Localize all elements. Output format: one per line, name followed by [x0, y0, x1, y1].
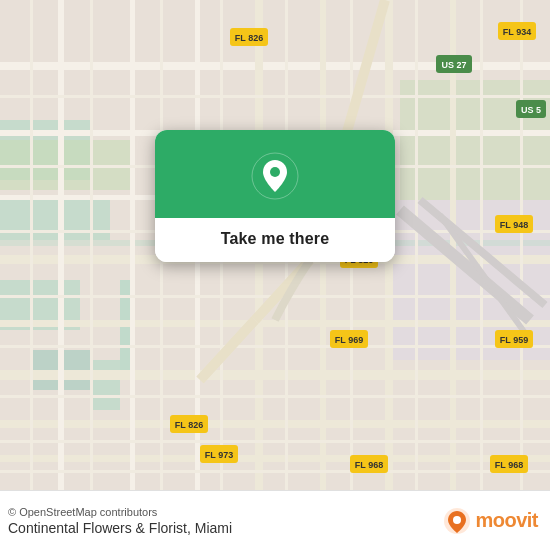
map-attribution: © OpenStreetMap contributors — [8, 506, 232, 518]
svg-point-76 — [270, 167, 280, 177]
svg-rect-26 — [0, 95, 550, 98]
svg-rect-35 — [90, 0, 93, 490]
popup-card-top — [155, 130, 395, 218]
svg-rect-25 — [450, 0, 456, 490]
svg-rect-30 — [0, 345, 550, 348]
svg-text:FL 968: FL 968 — [355, 460, 383, 470]
place-name: Continental Flowers & Florist, Miami — [8, 520, 232, 536]
svg-text:FL 969: FL 969 — [335, 335, 363, 345]
svg-rect-34 — [30, 0, 33, 490]
take-me-there-button[interactable]: Take me there — [221, 230, 330, 248]
svg-rect-31 — [0, 395, 550, 398]
location-pin-icon — [251, 152, 299, 200]
svg-rect-33 — [0, 470, 550, 473]
moovit-brand-text: moovit — [475, 509, 538, 532]
svg-rect-5 — [90, 360, 120, 410]
svg-text:US 5: US 5 — [521, 105, 541, 115]
svg-rect-41 — [480, 0, 483, 490]
svg-rect-2 — [0, 200, 110, 240]
svg-rect-20 — [130, 0, 135, 490]
svg-rect-40 — [415, 0, 418, 490]
bottom-left: © OpenStreetMap contributors Continental… — [8, 506, 232, 536]
svg-rect-32 — [0, 440, 550, 443]
svg-rect-42 — [520, 0, 523, 490]
svg-text:US 27: US 27 — [441, 60, 466, 70]
popup-card-bottom[interactable]: Take me there — [155, 218, 395, 262]
svg-rect-17 — [0, 420, 550, 428]
svg-rect-15 — [0, 320, 550, 327]
svg-text:FL 826: FL 826 — [235, 33, 263, 43]
svg-rect-16 — [0, 370, 550, 380]
svg-text:FL 934: FL 934 — [503, 27, 531, 37]
svg-rect-18 — [0, 455, 550, 462]
bottom-bar: © OpenStreetMap contributors Continental… — [0, 490, 550, 550]
svg-rect-19 — [58, 0, 64, 490]
svg-text:FL 973: FL 973 — [205, 450, 233, 460]
popup-card: Take me there — [155, 130, 395, 262]
moovit-logo: moovit — [443, 507, 538, 535]
moovit-brand-icon — [443, 507, 471, 535]
map-container: FL 826 FL 826 FL 826 FL 934 US 27 US 5 F… — [0, 0, 550, 490]
svg-text:FL 968: FL 968 — [495, 460, 523, 470]
svg-text:FL 959: FL 959 — [500, 335, 528, 345]
svg-point-78 — [453, 516, 461, 524]
svg-text:FL 826: FL 826 — [175, 420, 203, 430]
svg-text:FL 948: FL 948 — [500, 220, 528, 230]
